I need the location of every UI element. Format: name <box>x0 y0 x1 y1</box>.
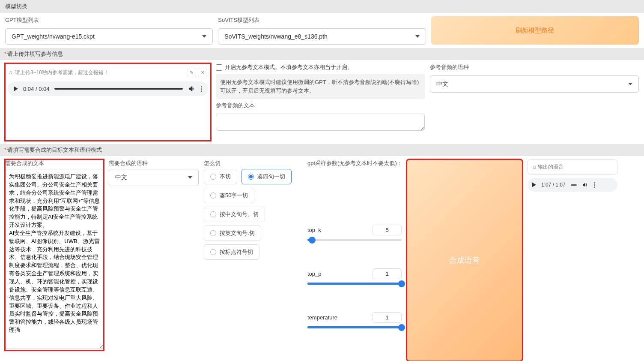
play-icon[interactable] <box>532 182 536 187</box>
cut-radio-group: 不切 凑四句一切 凑50字一切 按中文句号。切 按英文句号.切 按标点符号切 <box>204 169 302 260</box>
upload-hint: 请上传3~10秒内参考音频，超过会报错！ <box>15 69 109 76</box>
gpt-model-value: GPT_weights/nvwang-e15.ckpt <box>12 33 95 40</box>
volume-icon[interactable] <box>188 85 196 93</box>
cut-option-50char[interactable]: 凑50字一切 <box>204 188 254 203</box>
sampling-label: gpt采样参数(无参考文本时不要太低)： <box>307 159 402 167</box>
volume-icon[interactable] <box>582 181 589 188</box>
out-audio-label: 输出的语音 <box>538 163 564 171</box>
more-icon[interactable] <box>594 182 595 188</box>
sovits-model-value: SoVITS_weights/nvwang_e8_s136.pth <box>224 33 328 40</box>
out-audio-track[interactable] <box>571 184 577 186</box>
section-ref-info: *请上传并填写参考信息 <box>0 48 644 60</box>
ref-audio-time: 0:04 / 0:04 <box>23 86 49 92</box>
out-audio-time: 1:07 / 1:07 <box>541 182 566 188</box>
gpt-model-label: GPT模型列表 <box>5 16 213 24</box>
no-ref-text-checkbox[interactable]: 开启无参考文本模式。不填参考文本亦相当于开启。 <box>216 63 425 71</box>
synthesize-button[interactable]: 合成语音 <box>407 159 522 361</box>
out-audio-player[interactable]: 1:07 / 1:07 <box>528 178 617 192</box>
sovits-model-label: SoVITS模型列表 <box>218 16 426 24</box>
chevron-down-icon <box>628 83 632 85</box>
ref-text-label: 参考音频的文本 <box>216 102 425 109</box>
chevron-down-icon <box>202 35 206 38</box>
section-model-switch: 模型切换 <box>0 0 644 13</box>
more-icon[interactable] <box>201 86 202 92</box>
temperature-slider[interactable] <box>307 326 402 328</box>
cut-option-4sent[interactable]: 凑四句一切 <box>242 169 292 184</box>
refresh-model-path-button[interactable]: 刷新模型路径 <box>431 16 639 45</box>
top-k-value[interactable]: 5 <box>373 225 402 235</box>
cut-label: 怎么切 <box>204 159 302 167</box>
cut-option-none[interactable]: 不切 <box>204 169 237 184</box>
top-k-slider[interactable] <box>307 239 402 241</box>
chevron-down-icon <box>188 176 192 179</box>
gpt-model-select[interactable]: GPT_weights/nvwang-e15.ckpt <box>5 28 213 45</box>
music-note-icon: ♫ <box>532 164 536 170</box>
top-p-slider[interactable] <box>307 283 402 285</box>
temperature-value[interactable]: 1 <box>373 312 402 323</box>
cut-option-zh-period[interactable]: 按中文句号。切 <box>204 207 265 222</box>
cut-option-en-period[interactable]: 按英文句号.切 <box>204 226 261 241</box>
top-p-value[interactable]: 1 <box>373 268 402 279</box>
edit-icon[interactable]: ✎ <box>187 68 196 77</box>
ref-lang-label: 参考音频的语种 <box>430 63 639 71</box>
ref-audio-player[interactable]: 0:04 / 0:04 <box>8 81 208 96</box>
syn-lang-select[interactable]: 中文 <box>109 169 199 186</box>
section-target-text: *请填写需要合成的目标文本和语种模式 <box>0 144 644 156</box>
syn-text-input[interactable] <box>5 169 104 349</box>
ref-audio-track[interactable] <box>54 88 183 90</box>
ref-audio-upload[interactable]: ♫ 请上传3~10秒内参考音频，超过会报错！ ✎ ✕ 0:04 / 0:04 <box>5 63 211 141</box>
syn-text-label: 需要合成的文本 <box>5 159 104 167</box>
syn-lang-label: 需要合成的语种 <box>109 159 199 167</box>
no-ref-text-note: 使用无参考文本模式时建议使用微调的GPT，听不清参考音频说的啥(不晓得写啥)可以… <box>216 74 425 99</box>
play-icon[interactable] <box>14 86 18 91</box>
temperature-label: temperature <box>307 314 337 321</box>
ref-text-input[interactable] <box>216 114 425 131</box>
music-note-icon: ♫ <box>9 69 12 75</box>
cut-option-punct[interactable]: 按标点符号切 <box>204 244 259 260</box>
top-p-label: top_p <box>307 271 322 277</box>
ref-lang-select[interactable]: 中文 <box>430 75 639 93</box>
close-icon[interactable]: ✕ <box>198 68 207 77</box>
sovits-model-select[interactable]: SoVITS_weights/nvwang_e8_s136.pth <box>218 28 426 45</box>
top-k-label: top_k <box>307 227 321 233</box>
chevron-down-icon <box>415 35 420 38</box>
